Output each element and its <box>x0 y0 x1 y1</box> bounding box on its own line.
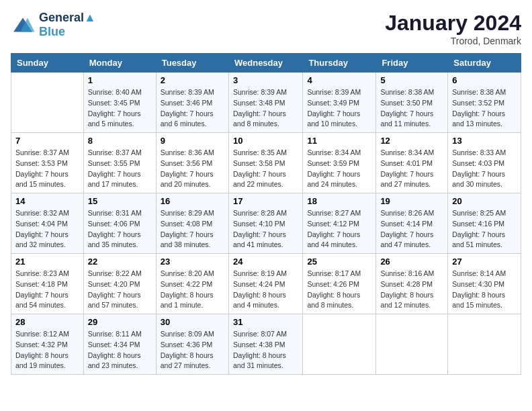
day-info: Sunrise: 8:32 AMSunset: 4:04 PMDaylight:… <box>15 208 79 250</box>
calendar-cell: 19Sunrise: 8:26 AMSunset: 4:14 PMDayligh… <box>376 193 448 254</box>
day-info: Sunrise: 8:07 AMSunset: 4:38 PMDaylight:… <box>233 329 298 371</box>
day-number: 11 <box>307 136 371 146</box>
calendar-week-1: 1Sunrise: 8:40 AMSunset: 3:45 PMDaylight… <box>11 73 521 133</box>
weekday-header-friday: Friday <box>376 54 448 73</box>
weekday-header-row: SundayMondayTuesdayWednesdayThursdayFrid… <box>11 54 521 73</box>
calendar-week-3: 14Sunrise: 8:32 AMSunset: 4:04 PMDayligh… <box>11 193 521 254</box>
calendar-cell <box>448 314 521 375</box>
day-info: Sunrise: 8:38 AMSunset: 3:52 PMDaylight:… <box>452 87 517 130</box>
day-number: 24 <box>233 257 298 267</box>
day-info: Sunrise: 8:22 AMSunset: 4:20 PMDaylight:… <box>88 269 152 311</box>
day-number: 16 <box>161 196 224 206</box>
day-info: Sunrise: 8:14 AMSunset: 4:30 PMDaylight:… <box>452 269 517 311</box>
logo-text: General▲ Blue <box>39 11 96 39</box>
day-info: Sunrise: 8:39 AMSunset: 3:46 PMDaylight:… <box>161 87 224 130</box>
day-info: Sunrise: 8:38 AMSunset: 3:50 PMDaylight:… <box>380 87 443 130</box>
day-number: 22 <box>88 257 152 267</box>
day-number: 10 <box>233 136 298 146</box>
day-number: 3 <box>233 75 298 85</box>
day-number: 21 <box>15 257 79 267</box>
day-number: 20 <box>452 196 517 206</box>
calendar-cell: 17Sunrise: 8:28 AMSunset: 4:10 PMDayligh… <box>228 193 302 254</box>
day-number: 23 <box>161 257 224 267</box>
calendar-week-5: 28Sunrise: 8:12 AMSunset: 4:32 PMDayligh… <box>11 314 521 375</box>
calendar-cell: 25Sunrise: 8:17 AMSunset: 4:26 PMDayligh… <box>303 254 376 314</box>
day-number: 27 <box>452 257 517 267</box>
calendar-cell: 20Sunrise: 8:25 AMSunset: 4:16 PMDayligh… <box>448 193 521 254</box>
calendar-cell: 28Sunrise: 8:12 AMSunset: 4:32 PMDayligh… <box>11 314 84 375</box>
calendar-cell: 7Sunrise: 8:37 AMSunset: 3:53 PMDaylight… <box>11 133 84 193</box>
calendar-cell: 1Sunrise: 8:40 AMSunset: 3:45 PMDaylight… <box>83 73 156 133</box>
day-info: Sunrise: 8:25 AMSunset: 4:16 PMDaylight:… <box>452 208 517 250</box>
location: Trorod, Denmark <box>385 36 521 46</box>
weekday-header-saturday: Saturday <box>448 54 521 73</box>
day-number: 25 <box>307 257 371 267</box>
day-number: 31 <box>233 317 298 327</box>
calendar-cell: 23Sunrise: 8:20 AMSunset: 4:22 PMDayligh… <box>156 254 228 314</box>
day-info: Sunrise: 8:37 AMSunset: 3:53 PMDaylight:… <box>15 148 79 190</box>
weekday-header-sunday: Sunday <box>11 54 84 73</box>
calendar-cell: 6Sunrise: 8:38 AMSunset: 3:52 PMDaylight… <box>448 73 521 133</box>
day-info: Sunrise: 8:39 AMSunset: 3:49 PMDaylight:… <box>307 87 371 130</box>
day-number: 8 <box>88 136 152 146</box>
day-info: Sunrise: 8:35 AMSunset: 3:58 PMDaylight:… <box>233 148 298 190</box>
day-info: Sunrise: 8:09 AMSunset: 4:36 PMDaylight:… <box>161 329 224 371</box>
day-number: 18 <box>307 196 371 206</box>
day-number: 4 <box>307 75 371 85</box>
day-number: 17 <box>233 196 298 206</box>
calendar-table: SundayMondayTuesdayWednesdayThursdayFrid… <box>11 53 521 375</box>
day-info: Sunrise: 8:39 AMSunset: 3:48 PMDaylight:… <box>233 87 298 130</box>
calendar-cell: 11Sunrise: 8:34 AMSunset: 3:59 PMDayligh… <box>303 133 376 193</box>
day-info: Sunrise: 8:31 AMSunset: 4:06 PMDaylight:… <box>88 208 152 250</box>
calendar-cell: 4Sunrise: 8:39 AMSunset: 3:49 PMDaylight… <box>303 73 376 133</box>
calendar-cell: 21Sunrise: 8:23 AMSunset: 4:18 PMDayligh… <box>11 254 84 314</box>
calendar-week-4: 21Sunrise: 8:23 AMSunset: 4:18 PMDayligh… <box>11 254 521 314</box>
day-number: 7 <box>15 136 79 146</box>
calendar-cell: 16Sunrise: 8:29 AMSunset: 4:08 PMDayligh… <box>156 193 228 254</box>
calendar-cell: 30Sunrise: 8:09 AMSunset: 4:36 PMDayligh… <box>156 314 228 375</box>
calendar-cell: 2Sunrise: 8:39 AMSunset: 3:46 PMDaylight… <box>156 73 228 133</box>
day-number: 5 <box>380 75 443 85</box>
day-info: Sunrise: 8:37 AMSunset: 3:55 PMDaylight:… <box>88 148 152 190</box>
calendar-cell: 24Sunrise: 8:19 AMSunset: 4:24 PMDayligh… <box>228 254 302 314</box>
day-info: Sunrise: 8:26 AMSunset: 4:14 PMDaylight:… <box>380 208 443 250</box>
calendar-cell: 31Sunrise: 8:07 AMSunset: 4:38 PMDayligh… <box>228 314 302 375</box>
calendar-cell: 13Sunrise: 8:33 AMSunset: 4:03 PMDayligh… <box>448 133 521 193</box>
calendar-cell: 22Sunrise: 8:22 AMSunset: 4:20 PMDayligh… <box>83 254 156 314</box>
calendar-week-2: 7Sunrise: 8:37 AMSunset: 3:53 PMDaylight… <box>11 133 521 193</box>
weekday-header-thursday: Thursday <box>303 54 376 73</box>
day-number: 14 <box>15 196 79 206</box>
day-number: 15 <box>88 196 152 206</box>
calendar-cell <box>376 314 448 375</box>
calendar-cell: 26Sunrise: 8:16 AMSunset: 4:28 PMDayligh… <box>376 254 448 314</box>
day-info: Sunrise: 8:23 AMSunset: 4:18 PMDaylight:… <box>15 269 79 311</box>
weekday-header-monday: Monday <box>83 54 156 73</box>
day-number: 29 <box>88 317 152 327</box>
day-info: Sunrise: 8:40 AMSunset: 3:45 PMDaylight:… <box>88 87 152 130</box>
day-info: Sunrise: 8:36 AMSunset: 3:56 PMDaylight:… <box>161 148 224 190</box>
day-info: Sunrise: 8:34 AMSunset: 3:59 PMDaylight:… <box>307 148 371 190</box>
calendar-cell <box>11 73 84 133</box>
calendar-cell: 18Sunrise: 8:27 AMSunset: 4:12 PMDayligh… <box>303 193 376 254</box>
day-number: 2 <box>161 75 224 85</box>
day-number: 19 <box>380 196 443 206</box>
calendar-cell: 3Sunrise: 8:39 AMSunset: 3:48 PMDaylight… <box>228 73 302 133</box>
day-number: 30 <box>161 317 224 327</box>
day-info: Sunrise: 8:11 AMSunset: 4:34 PMDaylight:… <box>88 329 152 371</box>
weekday-header-wednesday: Wednesday <box>228 54 302 73</box>
logo-icon <box>11 15 35 34</box>
weekday-header-tuesday: Tuesday <box>156 54 228 73</box>
calendar-cell: 9Sunrise: 8:36 AMSunset: 3:56 PMDaylight… <box>156 133 228 193</box>
calendar-cell: 12Sunrise: 8:34 AMSunset: 4:01 PMDayligh… <box>376 133 448 193</box>
day-number: 6 <box>452 75 517 85</box>
day-info: Sunrise: 8:19 AMSunset: 4:24 PMDaylight:… <box>233 269 298 311</box>
day-number: 1 <box>88 75 152 85</box>
calendar-cell: 5Sunrise: 8:38 AMSunset: 3:50 PMDaylight… <box>376 73 448 133</box>
calendar-cell: 8Sunrise: 8:37 AMSunset: 3:55 PMDaylight… <box>83 133 156 193</box>
day-number: 26 <box>380 257 443 267</box>
day-info: Sunrise: 8:29 AMSunset: 4:08 PMDaylight:… <box>161 208 224 250</box>
day-info: Sunrise: 8:33 AMSunset: 4:03 PMDaylight:… <box>452 148 517 190</box>
day-number: 28 <box>15 317 79 327</box>
day-number: 12 <box>380 136 443 146</box>
month-title: January 2024 <box>385 11 521 36</box>
